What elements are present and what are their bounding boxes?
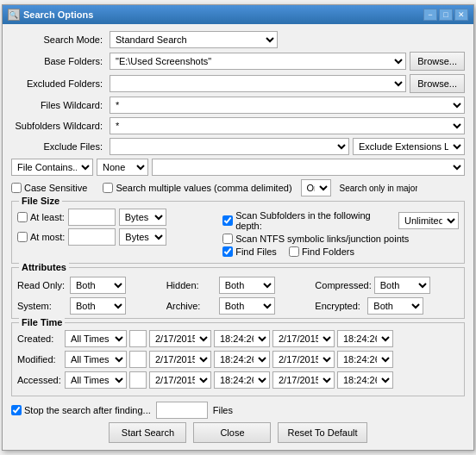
- at-most-checkbox[interactable]: [17, 232, 28, 242]
- created-time1-select[interactable]: 18:24:26: [214, 330, 270, 347]
- search-multiple-checkbox[interactable]: [103, 183, 113, 193]
- search-mode-label: Search Mode:: [11, 34, 106, 45]
- find-folders-checkbox[interactable]: [289, 246, 299, 257]
- subfolders-wildcard-label: Subfolders Wildcard:: [11, 121, 106, 131]
- find-files-text: Find Files: [235, 246, 277, 257]
- excluded-folders-label: Excluded Folders:: [11, 78, 106, 89]
- hidden-select[interactable]: Both: [219, 277, 275, 294]
- action-buttons: Start Search Close Reset To Default: [11, 422, 465, 443]
- scan-depth-select[interactable]: Unlimited: [398, 212, 459, 229]
- modified-date1-select[interactable]: 2/17/2015: [149, 351, 211, 368]
- accessed-row: Accessed: All Times 1 2/17/2015 18:24:26…: [17, 371, 459, 389]
- close-button-main[interactable]: Close: [193, 422, 271, 443]
- base-folders-browse-button[interactable]: Browse...: [410, 52, 465, 71]
- encrypted-row: Encrypted: Both: [315, 297, 459, 315]
- start-search-button[interactable]: Start Search: [109, 422, 186, 443]
- case-sensitive-checkbox-label[interactable]: Case Sensitive: [11, 183, 87, 193]
- archive-select[interactable]: Both: [219, 297, 275, 315]
- system-select[interactable]: Both: [70, 297, 126, 315]
- exclude-ext-select[interactable]: Exclude Extensions List: [353, 138, 465, 155]
- excluded-folders-browse-button[interactable]: Browse...: [410, 74, 465, 93]
- content-area: Search Mode: Standard Search Base Folder…: [3, 24, 473, 450]
- accessed-time1-select[interactable]: 18:24:26: [214, 371, 270, 389]
- stop-search-value-input[interactable]: 10000: [156, 402, 208, 419]
- files-wildcard-label: Files Wildcard:: [11, 100, 106, 110]
- file-contains-value-select[interactable]: [152, 159, 465, 176]
- compressed-select[interactable]: Both: [374, 277, 430, 294]
- search-mode-row: Search Mode: Standard Search: [11, 31, 465, 48]
- or-select[interactable]: Or: [301, 179, 331, 196]
- modified-time-select[interactable]: All Times: [65, 351, 127, 368]
- find-files-label[interactable]: Find Files: [222, 246, 277, 257]
- stop-search-label: Stop the search after finding...: [24, 405, 151, 415]
- window-icon: 🔍: [8, 9, 20, 21]
- base-folders-select[interactable]: "E:\Used Screenshots": [110, 53, 406, 70]
- accessed-date2-select[interactable]: 2/17/2015: [272, 371, 335, 389]
- at-least-label: At least:: [30, 212, 65, 222]
- find-files-checkbox[interactable]: [222, 246, 233, 257]
- at-least-input[interactable]: 0: [68, 209, 116, 226]
- close-button[interactable]: ✕: [454, 9, 468, 21]
- at-least-checkbox-label[interactable]: At least:: [17, 212, 65, 222]
- search-multiple-checkbox-label[interactable]: Search multiple values (comma delimited): [103, 183, 291, 193]
- compressed-row: Compressed: Both: [315, 277, 459, 294]
- at-most-input[interactable]: 1000: [68, 228, 116, 246]
- file-time-title: File Time: [19, 317, 65, 327]
- at-most-checkbox-label[interactable]: At most:: [17, 232, 65, 242]
- files-wildcard-select[interactable]: *: [110, 97, 465, 114]
- at-most-row: At most: 1000 Bytes: [17, 228, 214, 246]
- read-only-row: Read Only: Both: [17, 277, 161, 294]
- scan-ntfs-label[interactable]: Scan NTFS symbolic links/junction points: [222, 234, 409, 244]
- subfolders-wildcard-row: Subfolders Wildcard: *: [11, 117, 465, 134]
- title-bar-left: 🔍 Search Options: [8, 9, 93, 21]
- accessed-num-input[interactable]: 1: [129, 371, 147, 389]
- options-row: Case Sensitive Search multiple values (c…: [11, 179, 465, 196]
- excluded-folders-select[interactable]: [110, 75, 406, 92]
- scan-ntfs-checkbox[interactable]: [222, 234, 233, 244]
- created-time2-select[interactable]: 18:24:26: [337, 330, 393, 347]
- excluded-folders-row: Excluded Folders: Browse...: [11, 74, 465, 93]
- scan-options: Scan Subfolders in the following depth: …: [222, 209, 459, 259]
- at-most-unit-select[interactable]: Bytes: [119, 228, 166, 246]
- created-num-input[interactable]: 1: [129, 330, 147, 347]
- created-label: Created:: [17, 333, 62, 344]
- file-contains-select[interactable]: File Contains...: [11, 159, 93, 176]
- modified-time1-select[interactable]: 18:24:26: [214, 351, 270, 368]
- created-time-select[interactable]: All Times: [65, 330, 127, 347]
- created-date1-select[interactable]: 2/17/2015: [149, 330, 211, 347]
- scan-subfolders-checkbox[interactable]: [222, 215, 233, 226]
- scan-ntfs-row: Scan NTFS symbolic links/junction points: [222, 234, 459, 244]
- file-size-left: At least: 0 Bytes At most: 1000: [17, 209, 214, 259]
- scan-subfolders-label[interactable]: Scan Subfolders in the following depth:: [222, 210, 395, 231]
- exclude-files-select[interactable]: [110, 138, 349, 155]
- file-contains-type-select[interactable]: None: [97, 159, 148, 176]
- modified-num-input[interactable]: 1: [129, 351, 147, 368]
- reset-button[interactable]: Reset To Default: [278, 422, 366, 443]
- case-sensitive-checkbox[interactable]: [11, 183, 22, 193]
- archive-row: Archive: Both: [166, 297, 310, 315]
- search-mode-select[interactable]: Standard Search: [110, 31, 278, 48]
- encrypted-select[interactable]: Both: [367, 297, 423, 315]
- accessed-time-select[interactable]: All Times: [65, 371, 127, 389]
- stop-search-checkbox[interactable]: [11, 405, 22, 415]
- stop-search-checkbox-label[interactable]: Stop the search after finding...: [11, 405, 151, 415]
- accessed-time2-select[interactable]: 18:24:26: [337, 371, 393, 389]
- compressed-label: Compressed:: [315, 280, 371, 290]
- accessed-date1-select[interactable]: 2/17/2015: [149, 371, 211, 389]
- encrypted-label: Encrypted:: [315, 301, 365, 311]
- attributes-grid: Read Only: Both Hidden: Both Compressed:…: [17, 277, 459, 315]
- window-title: Search Options: [23, 9, 93, 20]
- find-folders-label[interactable]: Find Folders: [289, 246, 354, 257]
- at-least-unit-select[interactable]: Bytes: [119, 209, 166, 226]
- file-size-section: File Size At least: 0 Bytes: [11, 201, 465, 264]
- modified-time2-select[interactable]: 18:24:26: [337, 351, 393, 368]
- minimize-button[interactable]: −: [423, 9, 437, 21]
- subfolders-wildcard-select[interactable]: *: [110, 117, 465, 134]
- read-only-select[interactable]: Both: [70, 277, 126, 294]
- maximize-button[interactable]: □: [439, 9, 453, 21]
- accessed-label: Accessed:: [17, 375, 62, 385]
- created-date2-select[interactable]: 2/17/2015: [272, 330, 335, 347]
- scan-subfolders-text: Scan Subfolders in the following depth:: [235, 210, 395, 231]
- at-least-checkbox[interactable]: [17, 212, 28, 222]
- modified-date2-select[interactable]: 2/17/2015: [272, 351, 335, 368]
